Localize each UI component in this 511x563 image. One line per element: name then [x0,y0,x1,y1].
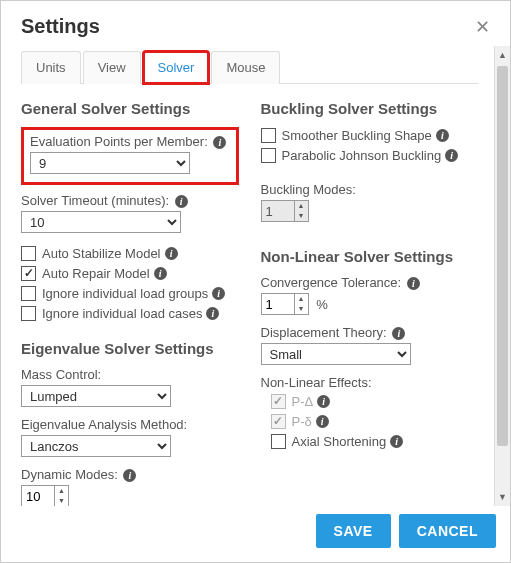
tab-mouse[interactable]: Mouse [211,51,280,84]
disp-theory-label: Displacement Theory: [261,325,479,340]
auto-repair-checkbox[interactable] [21,266,36,281]
conv-tol-unit: % [316,297,328,312]
tab-solver[interactable]: Solver [143,51,210,84]
scroll-up-icon[interactable]: ▲ [495,46,510,64]
auto-stabilize-checkbox[interactable] [21,246,36,261]
info-icon[interactable] [317,395,330,408]
left-column: General Solver Settings Evaluation Point… [21,94,239,506]
scrollbar-thumb[interactable] [497,66,508,446]
timeout-label: Solver Timeout (minutes): [21,193,239,208]
dialog-header: Settings ✕ [1,1,510,46]
info-icon[interactable] [213,136,226,149]
parabolic-checkbox[interactable] [261,148,276,163]
axial-shortening-label: Axial Shortening [292,433,387,450]
ignore-groups-checkbox[interactable] [21,286,36,301]
close-icon[interactable]: ✕ [475,16,490,38]
tab-bar: Units View Solver Mouse [21,50,478,84]
info-icon[interactable] [316,415,329,428]
info-icon[interactable] [436,129,449,142]
chevron-down-icon: ▼ [295,211,308,221]
mass-control-select[interactable]: Lumped [21,385,171,407]
info-icon[interactable] [165,247,178,260]
chevron-down-icon[interactable]: ▼ [295,304,308,314]
ignore-cases-checkbox[interactable] [21,306,36,321]
p-delta-caps-label: P-Δ [292,393,314,410]
chevron-up-icon[interactable]: ▲ [295,294,308,304]
info-icon[interactable] [206,307,219,320]
timeout-select[interactable]: 10 [21,211,181,233]
nonlinear-heading: Non-Linear Solver Settings [261,248,479,265]
info-icon[interactable] [445,149,458,162]
chevron-up-icon: ▲ [295,201,308,211]
conv-tol-label: Convergence Tolerance: [261,275,479,290]
right-column: Buckling Solver Settings Smoother Buckli… [261,94,479,506]
buckling-heading: Buckling Solver Settings [261,100,479,117]
dynamic-modes-input[interactable] [22,486,54,506]
conv-tol-input[interactable] [262,294,294,314]
info-icon[interactable] [175,195,188,208]
p-delta-caps-checkbox [271,394,286,409]
eigen-heading: Eigenvalue Solver Settings [21,340,239,357]
eval-points-select[interactable]: 9 [30,152,190,174]
info-icon[interactable] [407,277,420,290]
conv-tol-stepper[interactable]: ▲▼ [261,293,309,315]
p-delta-small-label: P-δ [292,413,312,430]
eval-points-highlight: Evaluation Points per Member: 9 [21,127,239,185]
dynamic-modes-label: Dynamic Modes: [21,467,239,482]
parabolic-label: Parabolic Johnson Buckling [282,147,442,164]
dialog-footer: SAVE CANCEL [1,506,510,562]
cancel-button[interactable]: CANCEL [399,514,496,548]
eigen-method-label: Eigenvalue Analysis Method: [21,417,239,432]
info-icon[interactable] [154,267,167,280]
info-icon[interactable] [392,327,405,340]
smoother-buckling-label: Smoother Buckling Shape [282,127,432,144]
auto-stabilize-label: Auto Stabilize Model [42,245,161,262]
chevron-up-icon[interactable]: ▲ [55,486,68,496]
info-icon[interactable] [390,435,403,448]
disp-theory-select[interactable]: Small [261,343,411,365]
buckling-modes-input [262,201,294,221]
ignore-groups-label: Ignore individual load groups [42,285,208,302]
smoother-buckling-checkbox[interactable] [261,128,276,143]
eval-points-label: Evaluation Points per Member: [30,134,230,149]
general-solver-heading: General Solver Settings [21,100,239,117]
dynamic-modes-stepper[interactable]: ▲▼ [21,485,69,506]
dialog-body: Units View Solver Mouse General Solver S… [1,46,494,506]
buckling-modes-stepper: ▲▼ [261,200,309,222]
save-button[interactable]: SAVE [316,514,391,548]
ignore-cases-label: Ignore individual load cases [42,305,202,322]
buckling-modes-label: Buckling Modes: [261,182,479,197]
settings-dialog: Settings ✕ Units View Solver Mouse Gener… [0,0,511,563]
mass-control-label: Mass Control: [21,367,239,382]
auto-repair-label: Auto Repair Model [42,265,150,282]
eigen-method-select[interactable]: Lanczos [21,435,171,457]
p-delta-small-checkbox [271,414,286,429]
dialog-title: Settings [21,15,100,38]
info-icon[interactable] [212,287,225,300]
vertical-scrollbar[interactable]: ▲ ▼ [494,46,510,506]
tab-units[interactable]: Units [21,51,81,84]
scroll-down-icon[interactable]: ▼ [495,488,510,506]
tab-view[interactable]: View [83,51,141,84]
chevron-down-icon[interactable]: ▼ [55,496,68,506]
info-icon[interactable] [123,469,136,482]
axial-shortening-checkbox[interactable] [271,434,286,449]
nonlinear-effects-label: Non-Linear Effects: [261,375,479,390]
